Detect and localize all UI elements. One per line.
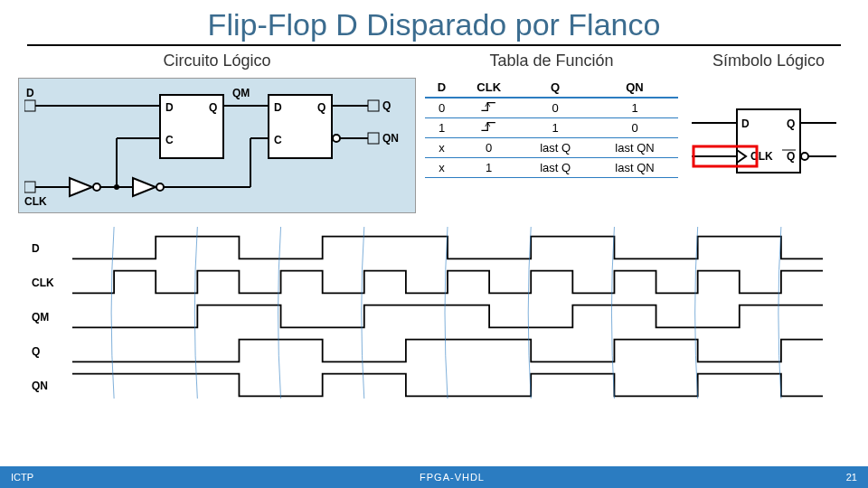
footer-left: ICTP [11,472,83,483]
label-qn: QN [382,132,399,145]
table-header: QN [591,78,678,98]
heading-symbol: Símbolo Lógico [687,52,850,70]
column-table: Tabla de Función DCLKQQN 001110x0last Ql… [425,52,678,213]
table-header: Q [519,78,591,98]
circuit-diagram: D CLK D C [18,78,416,213]
sym-d: D [741,117,750,130]
columns: Circuito Lógico D CLK [0,52,868,213]
footer-bar: ICTP FPGA-VHDL 21 [0,466,868,488]
svg-point-21 [333,135,340,142]
label-qm: QM [232,87,250,99]
timing-label: CLK [32,277,54,289]
svg-rect-23 [368,133,379,144]
table-header: D [425,78,458,98]
timing-label: QN [32,380,48,392]
label-q: Q [382,99,391,112]
waveform [72,305,823,328]
sym-q: Q [787,117,795,130]
page-title: Flip-Flop D Disparado por Flanco [0,0,868,44]
svg-point-5 [93,183,100,191]
heading-circuit: Circuito Lógico [18,52,416,70]
column-circuit: Circuito Lógico D CLK [18,52,416,213]
label-clk: CLK [24,195,47,208]
edge-arrow-icon [111,227,114,399]
ff2-q: Q [317,101,326,114]
svg-rect-0 [24,100,35,111]
ff2-c: C [274,134,282,146]
circuit-svg: D CLK D C [24,84,411,209]
table-row: 110 [425,118,678,138]
waveform [72,271,823,294]
svg-marker-4 [70,178,92,196]
table-header: CLK [458,78,519,98]
table-row: 001 [425,98,678,118]
waveform [72,237,823,259]
timing-label: Q [32,345,40,358]
footer-center: FPGA-VHDL [83,472,821,483]
column-symbol: Símbolo Lógico D CLK Q Q [687,52,850,213]
label-d: D [26,87,34,99]
symbol-svg: D CLK Q Q [692,100,845,191]
sym-qbar: Q [787,150,795,163]
ff1-d: D [165,101,174,114]
svg-marker-8 [133,178,156,196]
truth-table: DCLKQQN 001110x0last Qlast QNx1last Qlas… [425,78,678,178]
timing-diagram: DCLKQMQQN [0,222,868,407]
sym-clk: CLK [750,150,773,163]
svg-point-28 [801,153,808,160]
heading-table: Tabla de Función [425,52,678,70]
timing-label: D [32,242,40,255]
ff1-q: Q [209,101,217,114]
symbol-diagram: D CLK Q Q [687,78,850,213]
title-underline [27,44,841,46]
table-row: x0last Qlast QN [425,138,678,158]
svg-rect-20 [368,100,379,111]
ff2-d: D [274,101,282,114]
svg-rect-2 [24,182,35,192]
timing-label: QM [32,311,49,324]
footer-right: 21 [821,472,857,483]
table-row: x1last Qlast QN [425,158,678,178]
svg-point-9 [156,183,164,191]
waveform [72,340,823,362]
ff1-c: C [165,134,174,146]
